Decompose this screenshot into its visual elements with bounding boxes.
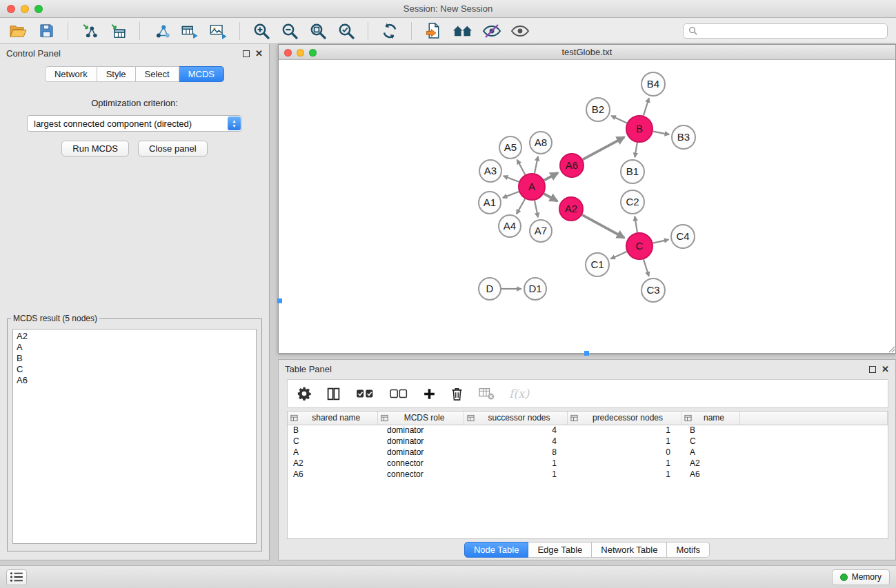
edge-A-A8[interactable] [535, 156, 538, 174]
table-panel-close-icon[interactable]: ✕ [882, 365, 889, 374]
edge-C-C2[interactable] [635, 216, 637, 232]
edge-B-B1[interactable] [635, 143, 637, 157]
node-B2[interactable]: B2 [586, 98, 610, 121]
edge-B-B3[interactable] [653, 132, 670, 134]
run-mcds-button[interactable]: Run MCDS [61, 141, 129, 156]
network-minimize-button[interactable] [297, 49, 304, 57]
node-A3[interactable]: A3 [479, 160, 501, 182]
first-neighbors-button[interactable] [452, 21, 473, 41]
network-close-button[interactable] [284, 49, 292, 57]
export-image-button[interactable] [208, 21, 228, 41]
node-table[interactable]: shared nameMCDS rolesuccessor nodesprede… [288, 412, 888, 480]
show-columns-button[interactable] [326, 387, 341, 401]
memory-button[interactable]: Memory [832, 569, 890, 585]
edge-A-A4[interactable] [517, 199, 525, 214]
cell-successor-nodes[interactable]: 4 [464, 436, 567, 447]
export-network-button[interactable] [152, 21, 171, 41]
edge-C-C1[interactable] [610, 252, 626, 258]
open-session-button[interactable] [424, 21, 443, 41]
table-row[interactable]: Bdominator41B [288, 425, 888, 436]
node-C3[interactable]: C3 [641, 278, 665, 302]
node-B[interactable]: B [626, 116, 653, 142]
task-history-button[interactable] [6, 569, 27, 585]
node-D[interactable]: D [479, 278, 501, 300]
zoom-in-button[interactable] [252, 21, 271, 41]
network-canvas[interactable]: B4B2BB3A5A8A6A3B1AA1C2A2A4A7C4CC1C3DD1 [279, 60, 895, 354]
zoom-selected-button[interactable] [337, 21, 356, 41]
node-B1[interactable]: B1 [621, 160, 644, 183]
optimization-criterion-select[interactable]: largest connected component (directed) ▲… [27, 115, 242, 132]
edge-A2-C[interactable] [582, 215, 624, 239]
cell-name[interactable]: A2 [681, 458, 739, 469]
cell-MCDS-role[interactable]: dominator [377, 436, 464, 447]
save-session-button[interactable] [37, 21, 56, 41]
float-table-panel-icon[interactable] [869, 366, 876, 373]
cell-successor-nodes[interactable]: 1 [464, 469, 567, 480]
edge-B-B2[interactable] [611, 116, 627, 123]
edge-B-B4[interactable] [644, 98, 649, 116]
tab-mcds[interactable]: MCDS [179, 66, 224, 82]
edge-A-A3[interactable] [504, 176, 519, 182]
mcds-result-list[interactable]: A2ABCA6 [12, 329, 257, 544]
mcds-result-item[interactable]: B [13, 353, 256, 364]
close-panel-button[interactable]: Close panel [138, 141, 208, 156]
tab-node-table[interactable]: Node Table [464, 542, 529, 558]
node-C4[interactable]: C4 [671, 225, 695, 248]
node-A6[interactable]: A6 [560, 154, 584, 177]
node-A2[interactable]: A2 [559, 197, 583, 221]
node-A5[interactable]: A5 [499, 136, 521, 159]
cell-MCDS-role[interactable]: dominator [377, 425, 464, 436]
deselect-all-button[interactable] [389, 387, 408, 401]
cell-MCDS-role[interactable]: connector [377, 469, 464, 480]
mcds-result-item[interactable]: A6 [13, 375, 256, 386]
node-C2[interactable]: C2 [621, 190, 644, 214]
zoom-fit-button[interactable] [308, 21, 328, 41]
cell-name[interactable]: C [681, 436, 739, 447]
node-B4[interactable]: B4 [641, 72, 665, 96]
network-window-titlebar[interactable]: testGlobe.txt [279, 45, 895, 60]
edge-A-A6[interactable] [544, 173, 558, 181]
search-box[interactable] [683, 23, 888, 39]
column-header-successor-nodes[interactable]: successor nodes [464, 412, 567, 425]
node-D1[interactable]: D1 [524, 278, 546, 300]
window-resize-handle-left[interactable] [277, 298, 282, 303]
open-file-button[interactable] [8, 21, 28, 41]
edge-C-C3[interactable] [644, 259, 649, 276]
node-A8[interactable]: A8 [530, 132, 552, 154]
cell-predecessor-nodes[interactable]: 1 [567, 425, 681, 436]
table-row[interactable]: Adominator80A [288, 447, 888, 458]
tab-network[interactable]: Network [45, 66, 97, 82]
edge-A-A2[interactable] [544, 194, 557, 201]
cell-shared-name[interactable]: B [288, 425, 377, 436]
cell-predecessor-nodes[interactable]: 0 [567, 447, 681, 458]
edge-C-C4[interactable] [653, 240, 669, 243]
edge-A6-B[interactable] [583, 137, 624, 160]
tab-style[interactable]: Style [97, 66, 136, 82]
search-input[interactable] [701, 26, 882, 36]
add-row-button[interactable] [423, 387, 436, 401]
cell-name[interactable]: A6 [681, 469, 739, 480]
cell-successor-nodes[interactable]: 1 [464, 458, 567, 469]
window-resize-handle-bottom[interactable] [584, 351, 589, 356]
float-panel-icon[interactable] [243, 50, 250, 57]
node-A[interactable]: A [519, 174, 545, 200]
cell-shared-name[interactable]: A2 [288, 458, 377, 469]
node-C1[interactable]: C1 [586, 253, 609, 276]
window-resize-grip[interactable] [886, 344, 895, 353]
tab-select[interactable]: Select [136, 66, 179, 82]
cell-name[interactable]: B [681, 425, 739, 436]
node-B3[interactable]: B3 [672, 125, 695, 149]
refresh-layout-button[interactable] [380, 21, 399, 41]
zoom-window-button[interactable] [34, 5, 43, 13]
cell-predecessor-nodes[interactable]: 1 [567, 469, 681, 480]
cell-shared-name[interactable]: A [288, 447, 377, 458]
table-row[interactable]: Cdominator41C [288, 436, 888, 447]
edge-A-A1[interactable] [503, 192, 519, 198]
node-A4[interactable]: A4 [499, 215, 521, 237]
cell-shared-name[interactable]: C [288, 436, 377, 447]
mcds-result-item[interactable]: C [13, 364, 256, 375]
import-network-button[interactable] [80, 21, 99, 41]
table-row[interactable]: A6connector11A6 [288, 469, 888, 480]
cell-predecessor-nodes[interactable]: 1 [567, 436, 681, 447]
edge-A-A5[interactable] [517, 160, 526, 175]
